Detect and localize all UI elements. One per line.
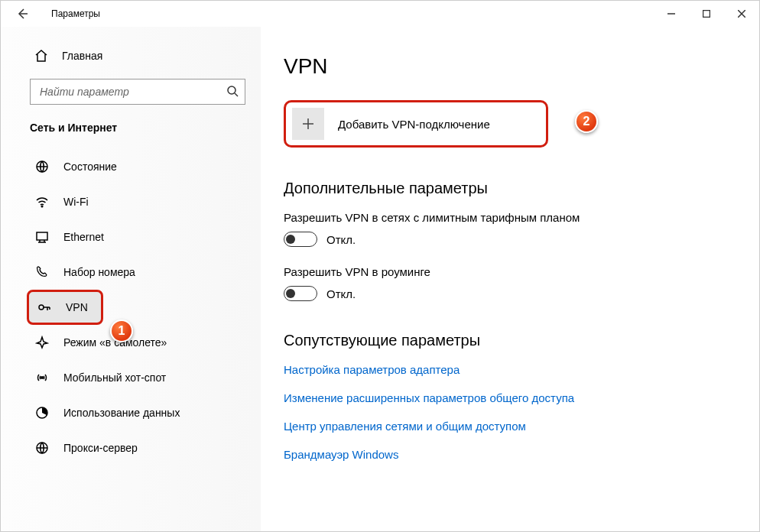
settings-window: Параметры Главная (0, 0, 760, 532)
sidebar-item-label: Wi-Fi (63, 196, 89, 208)
category-header: Сеть и Интернет (1, 122, 261, 134)
search-icon (226, 85, 239, 99)
home-label: Главная (62, 50, 102, 62)
sidebar-item-vpn[interactable]: VPN (27, 290, 103, 325)
advanced-header: Дополнительные параметры (284, 180, 736, 197)
sidebar-item-wifi[interactable]: Wi-Fi (1, 184, 261, 219)
sidebar-item-hotspot[interactable]: Мобильный хот-спот (1, 360, 261, 395)
link-firewall[interactable]: Брандмауэр Windows (284, 448, 736, 461)
annotation-badge-2: 2 (575, 110, 598, 133)
sidebar-item-home[interactable]: Главная (1, 41, 261, 71)
search-wrap (1, 79, 261, 105)
nav-list: Состояние Wi-Fi Ethernet (1, 149, 261, 466)
window-controls (654, 1, 759, 27)
status-icon (34, 159, 50, 174)
svg-point-1 (228, 86, 235, 94)
svg-point-5 (39, 305, 44, 310)
vpn-icon (37, 300, 52, 315)
toggle-roaming-row: Откл. (284, 286, 736, 301)
dialup-icon (34, 264, 50, 280)
svg-point-6 (41, 377, 43, 378)
wifi-icon (34, 194, 50, 209)
content-area: Главная Сеть и Интернет Состояние (1, 27, 759, 531)
link-sharing-settings[interactable]: Изменение расширенных параметров общего … (284, 391, 736, 404)
sidebar-item-label: Использование данных (63, 407, 180, 419)
setting-metered: Разрешить VPN в сетях с лимитным тарифны… (284, 211, 736, 247)
close-button[interactable] (724, 1, 759, 27)
maximize-icon (703, 10, 710, 18)
sidebar-item-status[interactable]: Состояние (1, 149, 261, 184)
annotation-badge-1: 1 (110, 320, 133, 342)
setting-metered-label: Разрешить VPN в сетях с лимитным тарифны… (284, 211, 736, 224)
sidebar: Главная Сеть и Интернет Состояние (1, 27, 261, 531)
search-input[interactable] (38, 85, 226, 99)
proxy-icon (34, 440, 50, 456)
svg-rect-0 (703, 11, 710, 18)
arrow-left-icon (16, 8, 28, 20)
add-vpn-label: Добавить VPN-подключение (338, 118, 490, 131)
sidebar-item-label: Набор номера (63, 266, 135, 278)
minimize-button[interactable] (654, 1, 689, 27)
toggle-metered-state: Откл. (326, 233, 356, 246)
sidebar-item-dialup[interactable]: Набор номера (1, 255, 261, 290)
svg-rect-4 (37, 232, 47, 240)
maximize-button[interactable] (689, 1, 724, 27)
sidebar-item-proxy[interactable]: Прокси-сервер (1, 430, 261, 466)
toggle-metered-row: Откл. (284, 232, 736, 247)
home-icon (34, 49, 50, 63)
airplane-icon (34, 335, 50, 350)
search-box[interactable] (30, 79, 245, 105)
toggle-metered[interactable] (284, 232, 317, 247)
svg-point-3 (41, 206, 43, 207)
link-network-center[interactable]: Центр управления сетями и общим доступом (284, 420, 736, 433)
toggle-roaming[interactable] (284, 286, 317, 301)
sidebar-item-label: Ethernet (63, 231, 104, 243)
plus-tile (292, 108, 324, 140)
sidebar-item-label: VPN (66, 301, 88, 313)
setting-roaming: Разрешить VPN в роуминге Откл. (284, 265, 736, 301)
setting-roaming-label: Разрешить VPN в роуминге (284, 265, 736, 278)
sidebar-item-label: Мобильный хот-спот (63, 371, 166, 384)
add-vpn-button[interactable]: Добавить VPN-подключение (284, 100, 548, 148)
sidebar-item-ethernet[interactable]: Ethernet (1, 219, 261, 255)
sidebar-item-label: Прокси-сервер (63, 442, 138, 454)
ethernet-icon (34, 229, 50, 245)
main-pane: VPN Добавить VPN-подключение Дополнитель… (261, 27, 759, 531)
minimize-icon (667, 10, 675, 18)
link-adapter-settings[interactable]: Настройка параметров адаптера (284, 363, 736, 376)
hotspot-icon (34, 370, 50, 385)
close-icon (738, 10, 745, 18)
toggle-knob (286, 235, 295, 244)
toggle-knob (286, 289, 295, 298)
sidebar-item-datausage[interactable]: Использование данных (1, 395, 261, 430)
datausage-icon (34, 405, 50, 420)
titlebar: Параметры (1, 1, 759, 27)
page-heading: VPN (284, 54, 736, 79)
back-button[interactable] (7, 1, 37, 27)
sidebar-item-label: Состояние (63, 161, 117, 173)
plus-icon (300, 116, 316, 131)
related-header: Сопутствующие параметры (284, 332, 736, 349)
toggle-roaming-state: Откл. (326, 287, 356, 300)
window-title: Параметры (51, 8, 100, 19)
